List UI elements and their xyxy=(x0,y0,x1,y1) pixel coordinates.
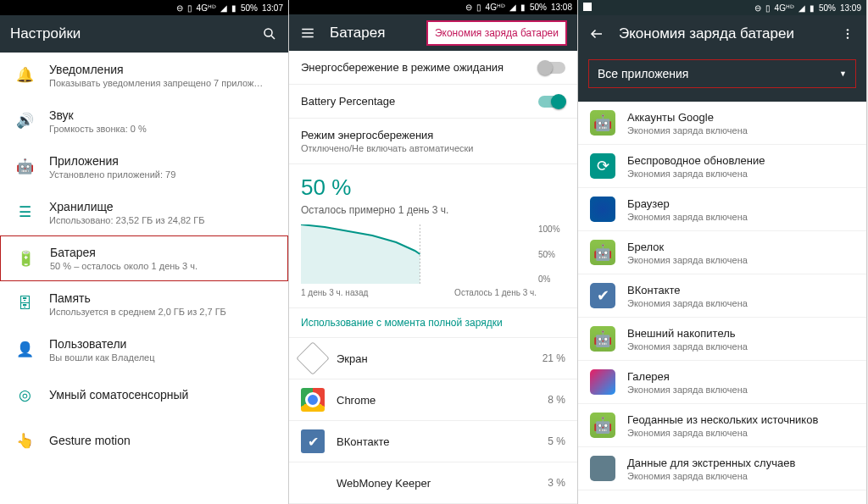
row-subtitle: Установлено приложений: 79 xyxy=(49,169,276,180)
app-name: Брелок xyxy=(627,241,854,253)
app-status: Экономия заряда включена xyxy=(627,428,854,438)
settings-row-memory[interactable]: 🗄ПамятьИспользуется в среднем 2,0 ГБ из … xyxy=(0,281,288,327)
battpct-switch[interactable] xyxy=(538,96,565,108)
gallery-app-icon xyxy=(590,369,615,395)
screenshot-indicator-icon xyxy=(583,3,592,11)
app-row[interactable]: БраузерЭкономия заряда включена xyxy=(578,188,866,231)
back-icon[interactable] xyxy=(588,25,605,42)
app-row[interactable]: 🤖Геоданные из нескольких источниковЭконо… xyxy=(578,404,866,447)
row-subtitle: Использовано: 23,52 ГБ из 24,82 ГБ xyxy=(49,215,276,225)
search-icon[interactable] xyxy=(261,25,278,42)
page-title: Экономия заряда батареи xyxy=(619,25,826,42)
network-4g-icon: 4Gᴴᴰ xyxy=(775,3,794,13)
vibrate-icon: ▯ xyxy=(187,3,192,13)
row-subtitle: Показывать уведомления запрещено 7 прило… xyxy=(49,78,276,88)
chrome-icon xyxy=(301,388,325,412)
battery-chart: 100% 50% 0% 1 день 3 ч. назад Осталось 1… xyxy=(301,224,565,301)
row-title: Батарея xyxy=(50,246,275,259)
menu-icon[interactable] xyxy=(299,25,316,42)
nodisturb-icon: ⊖ xyxy=(176,3,183,13)
y-50: 50% xyxy=(538,250,565,259)
usage-name: Chrome xyxy=(337,394,548,407)
settings-row-somatosensory[interactable]: ◎Умный соматосенсорный xyxy=(0,373,288,418)
usage-pct: 3 % xyxy=(548,477,565,489)
standby-switch[interactable] xyxy=(538,62,565,74)
battery-icon: ▮ xyxy=(810,3,815,13)
row-title: Пользователи xyxy=(49,337,276,351)
app-row[interactable]: Данные для экстренных случаевЭкономия за… xyxy=(578,447,866,490)
app-status: Экономия заряда включена xyxy=(627,385,854,395)
standby-saving-row[interactable]: Энергосбережение в режиме ожидания xyxy=(289,51,577,85)
dropdown-label: Все приложения xyxy=(598,67,688,80)
vk-icon: ✔ xyxy=(301,429,325,453)
status-bar: ⊖ ▯ 4Gᴴᴰ ◢ ▮ 50% 13:07 xyxy=(0,0,288,15)
battery-pct: 50% xyxy=(241,3,258,13)
battpct-label: Battery Percentage xyxy=(301,95,538,108)
settings-row-gesture[interactable]: 👆Gesture motion xyxy=(0,418,288,464)
settings-row-battery[interactable]: 🔋Батарея50 % – осталось около 1 день 3 ч… xyxy=(0,235,288,281)
usage-name: ВКонтакте xyxy=(337,435,548,448)
clock: 13:07 xyxy=(262,3,283,13)
usage-since-charge-link[interactable]: Использование с момента полной зарядки xyxy=(289,308,577,338)
row-subtitle: Громкость звонка: 0 % xyxy=(49,124,276,134)
battery-chart-block[interactable]: 50 % Осталось примерно 1 день 3 ч. 100% … xyxy=(289,164,577,308)
apps-filter-dropdown[interactable]: Все приложения ▼ xyxy=(588,59,856,88)
svg-point-8 xyxy=(847,29,849,30)
app-row[interactable]: ГалереяЭкономия заряда включена xyxy=(578,361,866,404)
usage-row[interactable]: ◈WebMoney Keeper3 % xyxy=(289,462,577,504)
gesture-icon: 👆 xyxy=(12,432,37,450)
usage-pct: 5 % xyxy=(548,435,565,447)
settings-row-apps[interactable]: 🤖ПриложенияУстановлено приложений: 79 xyxy=(0,144,288,190)
usage-pct: 21 % xyxy=(542,352,565,364)
svg-line-1 xyxy=(271,36,275,39)
app-row[interactable]: ✔ВКонтактеЭкономия заряда включена xyxy=(578,274,866,318)
app-row[interactable]: 🤖Внешний накопительЭкономия заряда включ… xyxy=(578,318,866,361)
status-bar: ⊖ ▯ 4Gᴴᴰ ◢ ▮ 50% 13:09 xyxy=(578,0,866,15)
app-status: Экономия заряда включена xyxy=(627,125,854,136)
x-left: 1 день 3 ч. назад xyxy=(301,288,368,297)
row-title: Приложения xyxy=(49,154,276,168)
filter-row: Все приложения ▼ xyxy=(578,53,866,102)
row-subtitle: Используется в среднем 2,0 ГБ из 2,7 ГБ xyxy=(49,307,276,317)
vk-app-icon: ✔ xyxy=(590,283,615,308)
battery-percent: 50 % xyxy=(301,174,565,201)
power-saving-mode-row[interactable]: Режим энергосбережения Отключено/Не вклю… xyxy=(289,119,577,164)
app-row[interactable]: 🤖БрелокЭкономия заряда включена xyxy=(578,231,866,274)
app-status: Экономия заряда включена xyxy=(627,341,854,352)
usage-row[interactable]: Chrome8 % xyxy=(289,379,577,421)
battery-pct: 50% xyxy=(819,3,836,13)
vibrate-icon: ▯ xyxy=(765,3,771,13)
somatosensory-icon: ◎ xyxy=(12,386,37,404)
battery-icon: ▮ xyxy=(231,3,236,13)
overflow-icon[interactable] xyxy=(839,25,856,42)
nodisturb-icon: ⊖ xyxy=(754,3,761,13)
settings-row-storage[interactable]: ☰ХранилищеИспользовано: 23,52 ГБ из 24,8… xyxy=(0,190,288,235)
svg-point-0 xyxy=(264,29,272,36)
app-row[interactable]: 🤖Аккаунты GoogleЭкономия заряда включена xyxy=(578,102,866,145)
standby-label: Энергосбережение в режиме ожидания xyxy=(301,61,538,74)
settings-row-users[interactable]: 👤ПользователиВы вошли как Владелец xyxy=(0,327,288,373)
appbar: Экономия заряда батареи xyxy=(578,15,866,53)
saver-sub: Отключено/Не включать автоматически xyxy=(301,143,565,153)
apps-icon: 🤖 xyxy=(12,158,37,175)
clock: 13:08 xyxy=(551,3,572,12)
network-4g-icon: 4Gᴴᴰ xyxy=(486,3,505,12)
app-row[interactable]: ⟳Беспроводное обновлениеЭкономия заряда … xyxy=(578,145,866,188)
usage-name: WebMoney Keeper xyxy=(337,477,548,490)
app-name: Аккаунты Google xyxy=(627,111,854,124)
row-title: Хранилище xyxy=(49,200,276,213)
usage-row[interactable]: ✔ВКонтакте5 % xyxy=(289,421,577,462)
settings-row-bell[interactable]: 🔔УведомленияПоказывать уведомления запре… xyxy=(0,53,288,98)
usage-row[interactable]: Экран21 % xyxy=(289,338,577,379)
usage-pct: 8 % xyxy=(548,394,565,406)
battery-saver-chip[interactable]: Экономия заряда батареи xyxy=(426,20,567,46)
app-status: Экономия заряда включена xyxy=(627,298,854,308)
wm-icon: ◈ xyxy=(301,471,325,495)
battery-percentage-row[interactable]: Battery Percentage xyxy=(289,85,577,119)
battery-icon: ▮ xyxy=(520,3,526,12)
appbar: Настройки xyxy=(0,15,288,53)
bell-icon: 🔔 xyxy=(12,66,37,84)
settings-row-volume[interactable]: 🔊ЗвукГромкость звонка: 0 % xyxy=(0,98,288,144)
app-name: ВКонтакте xyxy=(627,284,854,296)
signal-icon: ◢ xyxy=(509,3,516,12)
